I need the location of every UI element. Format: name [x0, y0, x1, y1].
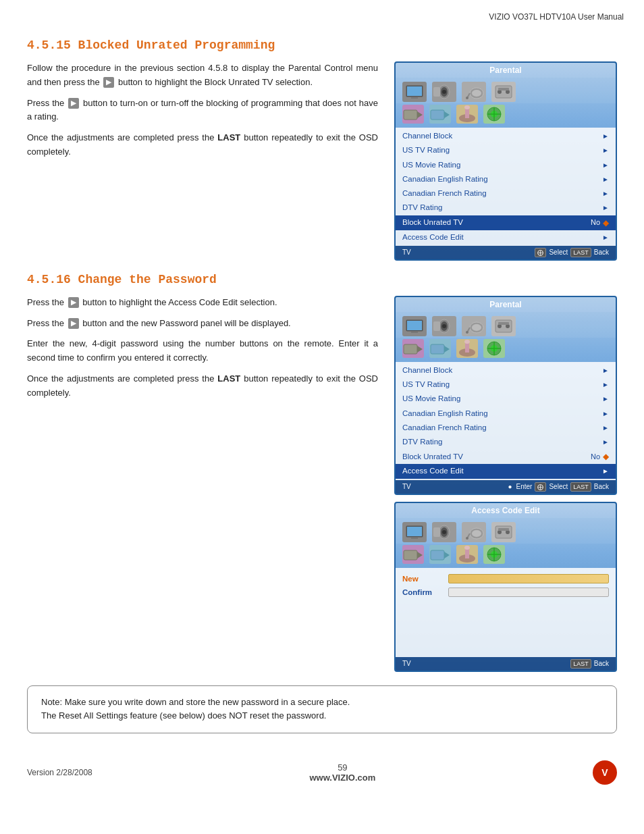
panel-3-footer-left: TV	[402, 660, 411, 667]
menu2-item-dtv: DTV Rating ►	[396, 435, 616, 449]
icon2-row2-1	[402, 339, 424, 358]
menu-item-channel-block-1: Channel Block ►	[396, 129, 616, 143]
panel-1-icons-row-1	[396, 78, 616, 103]
svg-point-31	[442, 324, 446, 328]
panel-2-footer: TV ● Enter ⨁ Select LAST Back	[396, 480, 616, 494]
svg-point-73	[464, 546, 470, 550]
component-icon-2	[491, 316, 516, 336]
svg-marker-44	[444, 346, 450, 353]
main-content: 4.5.15 Blocked Unrated Programming Follo…	[0, 25, 644, 754]
svg-marker-18	[444, 111, 450, 118]
para-2-3: Enter the new, 4-digit password using th…	[27, 337, 378, 365]
svg-point-5	[442, 90, 446, 94]
svg-rect-28	[407, 321, 422, 330]
svg-rect-40	[498, 322, 509, 325]
panel-3-fields: New Confirm	[396, 568, 616, 657]
page-footer: Version 2/28/2008 59 www.VIZIO.com V	[0, 754, 644, 791]
icon-row2-3	[456, 105, 478, 124]
tv-panel-1: Parental	[394, 61, 617, 261]
svg-rect-14	[498, 88, 509, 90]
icon-row2-1	[402, 105, 424, 124]
camera-icon-2	[432, 316, 456, 336]
menu-item-access-code-1: Access Code Edit ►	[396, 230, 616, 244]
svg-point-35	[466, 331, 468, 334]
footer-center: 59 www.VIZIO.com	[309, 762, 375, 783]
icon-row2-2	[429, 105, 451, 124]
svg-marker-68	[417, 552, 423, 558]
panel-2-footer-left: TV	[402, 483, 411, 490]
panel-1-menu-list: Channel Block ► US TV Rating ► US Movie …	[396, 128, 616, 246]
panel-1-title: Parental	[396, 63, 616, 78]
new-password-row: New	[402, 572, 609, 585]
monitor-icon-1	[402, 82, 427, 102]
section-2-text: Press the ▶ button to highlight the Acce…	[27, 296, 378, 672]
section-1-screenshot: Parental	[394, 61, 617, 261]
icon2-row2-2	[429, 339, 451, 358]
panel-3-footer-controls: LAST Back	[570, 659, 609, 669]
menu2-item-cdn-english: Canadian English Rating ►	[396, 407, 616, 421]
menu2-item-cdn-french: Canadian French Rating ►	[396, 421, 616, 435]
svg-rect-69	[431, 550, 444, 560]
svg-rect-53	[411, 538, 418, 539]
menu-item-cdn-french-1: Canadian French Rating ►	[396, 186, 616, 201]
page-header: VIZIO VO37L HDTV10A User Manual	[0, 0, 644, 25]
component-icon-1	[491, 82, 516, 102]
panel-2-footer-controls: ● Enter ⨁ Select LAST Back	[508, 482, 610, 492]
menu-item-us-tv-1: US TV Rating ►	[396, 143, 616, 157]
menu2-item-block-unrated: Block Unrated TV No ◆	[396, 449, 616, 464]
section-1-layout: Follow the procedure in the previous sec…	[27, 61, 617, 261]
svg-rect-2	[407, 86, 422, 96]
panel-3-icons-row-1	[396, 518, 616, 544]
section-title-2: 4.5.16 Change the Password	[27, 273, 617, 286]
new-field-box[interactable]	[448, 574, 609, 583]
remote-button-icon-4: ▶	[68, 318, 79, 329]
icon3-row2-3	[456, 545, 478, 564]
last-button-label-1: LAST	[217, 132, 240, 142]
enter-circle-icon: ●	[508, 483, 512, 490]
remote-button-icon-2: ▶	[68, 98, 79, 109]
tv-panel-2: Parental	[394, 296, 617, 495]
svg-rect-66	[498, 528, 509, 531]
note-box: Note: Make sure you write down and store…	[27, 685, 617, 734]
monitor-icon-3	[402, 522, 427, 542]
menu-item-us-movie-1: US Movie Rating ►	[396, 158, 616, 172]
tv-panel-3: Access Code Edit	[394, 502, 617, 672]
manual-title: VIZIO VO37L HDTV10A User Manual	[489, 12, 624, 22]
vizio-logo: V	[593, 760, 617, 785]
satellite-icon-3	[462, 522, 486, 542]
panel-2-title: Parental	[396, 297, 616, 312]
icon3-row2-4	[483, 545, 505, 564]
satellite-icon-1	[462, 82, 486, 102]
monitor-icon-2	[402, 316, 427, 336]
svg-rect-17	[431, 110, 444, 120]
svg-rect-6	[433, 87, 440, 97]
select-btn-2: ⨁	[535, 482, 546, 492]
panel-2-icons-row-1	[396, 312, 616, 338]
menu-item-cdn-english-1: Canadian English Rating ►	[396, 172, 616, 186]
confirm-field-box[interactable]	[448, 588, 609, 597]
remote-button-icon-1: ▶	[103, 77, 114, 88]
confirm-label: Confirm	[402, 588, 443, 596]
menu2-item-us-movie: US Movie Rating ►	[396, 392, 616, 406]
menu2-item-us-tv: US TV Rating ►	[396, 377, 616, 392]
para-1-2: Press the ▶ button to turn-on or turn-of…	[27, 97, 378, 125]
para-2-2: Press the ▶ button and the new Password …	[27, 317, 378, 331]
vizio-logo-letter: V	[601, 767, 608, 778]
panel-1-footer-controls: ⨁ Select LAST Back	[535, 248, 609, 257]
para-1-1: Follow the procedure in the previous sec…	[27, 61, 378, 90]
icon-row2-4	[483, 105, 505, 124]
svg-point-21	[464, 105, 470, 109]
last-btn-3: LAST	[570, 659, 591, 669]
menu2-item-channel-block: Channel Block ►	[396, 363, 616, 377]
icon2-row2-4	[483, 339, 505, 358]
svg-point-57	[442, 530, 446, 534]
svg-point-36	[472, 324, 481, 331]
panel-1-footer: TV ⨁ Select LAST Back	[396, 246, 616, 259]
para-2-1: Press the ▶ button to highlight the Acce…	[27, 296, 378, 310]
access-panel-spacer	[402, 599, 609, 653]
svg-point-47	[464, 340, 470, 344]
svg-point-62	[472, 530, 481, 537]
icon2-row2-3	[456, 339, 478, 358]
select-btn-1: ⨁	[535, 248, 546, 257]
svg-point-10	[472, 90, 481, 97]
